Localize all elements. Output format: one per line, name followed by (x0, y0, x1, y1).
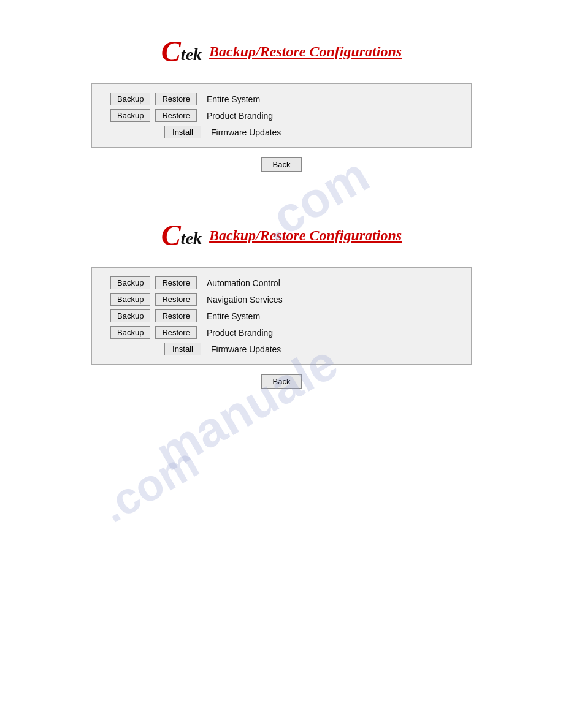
logo-c-1: C (161, 37, 181, 66)
config-row-navigation-services: Backup Restore Navigation Services (110, 293, 453, 306)
restore-product-branding-2-button[interactable]: Restore (155, 326, 197, 339)
backup-entire-system-2-button[interactable]: Backup (110, 309, 150, 322)
backup-product-branding-button[interactable]: Backup (110, 109, 150, 122)
restore-automation-control-button[interactable]: Restore (155, 276, 197, 289)
back-row-2: Back (261, 374, 302, 389)
install-firmware-button[interactable]: Install (164, 126, 201, 138)
page-title-1: Backup/Restore Configurations (209, 44, 402, 60)
automation-control-label: Automation Control (207, 278, 280, 288)
restore-product-branding-button[interactable]: Restore (155, 109, 197, 122)
config-row-product-branding-2: Backup Restore Product Branding (110, 326, 453, 339)
backup-product-branding-2-button[interactable]: Backup (110, 326, 150, 339)
back-button-2[interactable]: Back (261, 374, 302, 389)
config-row-firmware: Install Firmware Updates (110, 126, 453, 138)
watermark-3: .com (93, 437, 207, 532)
navigation-services-label: Navigation Services (207, 295, 283, 305)
backup-entire-system-button[interactable]: Backup (110, 93, 150, 105)
config-box-2: Backup Restore Automation Control Backup… (91, 267, 472, 365)
install-firmware-2-button[interactable]: Install (164, 343, 201, 355)
product-branding-label: Product Branding (207, 111, 273, 121)
page-title-2: Backup/Restore Configurations (209, 227, 402, 244)
config-row-entire-system: Backup Restore Entire System (110, 93, 453, 105)
restore-entire-system-button[interactable]: Restore (155, 93, 197, 105)
backup-navigation-services-button[interactable]: Backup (110, 293, 150, 306)
restore-navigation-services-button[interactable]: Restore (155, 293, 197, 306)
back-button-1[interactable]: Back (261, 157, 302, 172)
firmware-updates-label: Firmware Updates (211, 127, 281, 137)
config-row-product-branding: Backup Restore Product Branding (110, 109, 453, 122)
section-1: C tek Backup/Restore Configurations Back… (0, 0, 563, 172)
logo-1: C tek (161, 37, 202, 66)
entire-system-label: Entire System (207, 94, 260, 104)
backup-automation-control-button[interactable]: Backup (110, 276, 150, 289)
logo-tek-1: tek (181, 46, 202, 63)
restore-entire-system-2-button[interactable]: Restore (155, 309, 197, 322)
config-row-firmware-2: Install Firmware Updates (110, 343, 453, 355)
product-branding-2-label: Product Branding (207, 328, 273, 338)
logo-2: C tek (161, 221, 202, 250)
logo-c-2: C (161, 221, 181, 250)
entire-system-2-label: Entire System (207, 311, 260, 321)
header-1: C tek Backup/Restore Configurations (161, 37, 402, 66)
section-2: C tek Backup/Restore Configurations Back… (0, 172, 563, 389)
firmware-updates-2-label: Firmware Updates (211, 344, 281, 354)
config-box-1: Backup Restore Entire System Backup Rest… (91, 83, 472, 148)
header-2: C tek Backup/Restore Configurations (161, 221, 402, 250)
config-row-automation-control: Backup Restore Automation Control (110, 276, 453, 289)
back-row-1: Back (261, 157, 302, 172)
logo-tek-2: tek (181, 230, 202, 247)
config-row-entire-system-2: Backup Restore Entire System (110, 309, 453, 322)
